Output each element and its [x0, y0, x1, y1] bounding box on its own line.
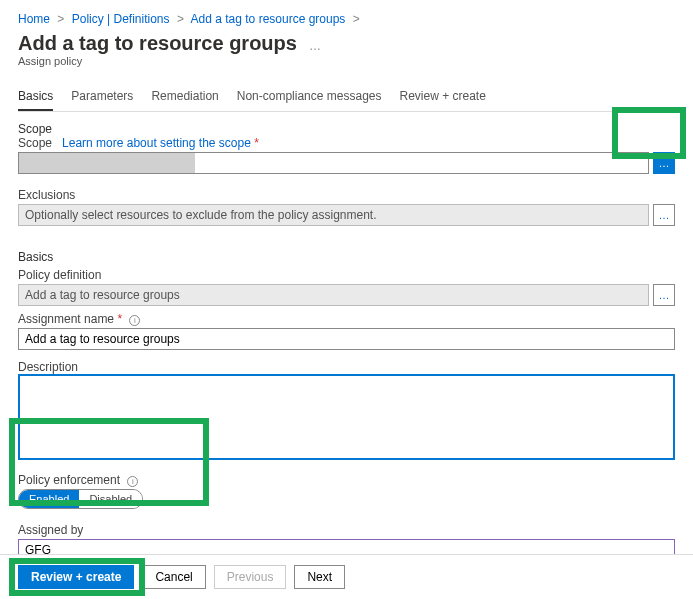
review-create-button[interactable]: Review + create — [18, 565, 134, 589]
tab-noncompliance[interactable]: Non-compliance messages — [237, 83, 382, 111]
description-textarea[interactable] — [18, 374, 675, 460]
breadcrumb: Home > Policy | Definitions > Add a tag … — [18, 12, 675, 26]
breadcrumb-add-tag[interactable]: Add a tag to resource groups — [191, 12, 346, 26]
more-actions-button[interactable]: … — [309, 39, 322, 53]
policy-definition-picker-button[interactable]: … — [653, 284, 675, 306]
previous-button: Previous — [214, 565, 287, 589]
tab-parameters[interactable]: Parameters — [71, 83, 133, 111]
next-button[interactable]: Next — [294, 565, 345, 589]
chevron-right-icon: > — [353, 12, 360, 26]
tabs: Basics Parameters Remediation Non-compli… — [18, 83, 675, 112]
page-subtitle: Assign policy — [18, 55, 675, 67]
chevron-right-icon: > — [177, 12, 184, 26]
policy-enforcement-label: Policy enforcement — [18, 473, 120, 487]
exclusions-input[interactable] — [18, 204, 649, 226]
scope-picker-button[interactable]: … — [653, 152, 675, 174]
tab-remediation[interactable]: Remediation — [151, 83, 218, 111]
assignment-name-label: Assignment name — [18, 312, 114, 326]
page-title: Add a tag to resource groups — [18, 32, 297, 55]
toggle-enabled: Enabled — [19, 490, 79, 508]
tab-basics[interactable]: Basics — [18, 83, 53, 111]
scope-label: Scope — [18, 136, 52, 150]
toggle-disabled: Disabled — [79, 490, 142, 508]
breadcrumb-policy[interactable]: Policy | Definitions — [72, 12, 170, 26]
description-label: Description — [18, 360, 675, 374]
tab-review[interactable]: Review + create — [399, 83, 485, 111]
scope-learn-more-link[interactable]: Learn more about setting the scope — [62, 136, 251, 150]
cancel-button[interactable]: Cancel — [142, 565, 205, 589]
basics-heading: Basics — [18, 250, 675, 264]
scope-heading: Scope — [18, 122, 675, 136]
info-icon[interactable]: i — [129, 315, 140, 326]
footer: Review + create Cancel Previous Next — [0, 554, 693, 599]
assignment-name-input[interactable] — [18, 328, 675, 350]
scope-input[interactable] — [18, 152, 649, 174]
exclusions-label: Exclusions — [18, 188, 675, 202]
breadcrumb-home[interactable]: Home — [18, 12, 50, 26]
assigned-by-label: Assigned by — [18, 523, 675, 537]
policy-enforcement-toggle[interactable]: Enabled Disabled — [18, 489, 143, 509]
required-icon: * — [254, 136, 259, 150]
required-icon: * — [117, 312, 122, 326]
exclusions-picker-button[interactable]: … — [653, 204, 675, 226]
chevron-right-icon: > — [57, 12, 64, 26]
policy-definition-label: Policy definition — [18, 268, 675, 282]
info-icon[interactable]: i — [127, 476, 138, 487]
policy-definition-input[interactable] — [18, 284, 649, 306]
